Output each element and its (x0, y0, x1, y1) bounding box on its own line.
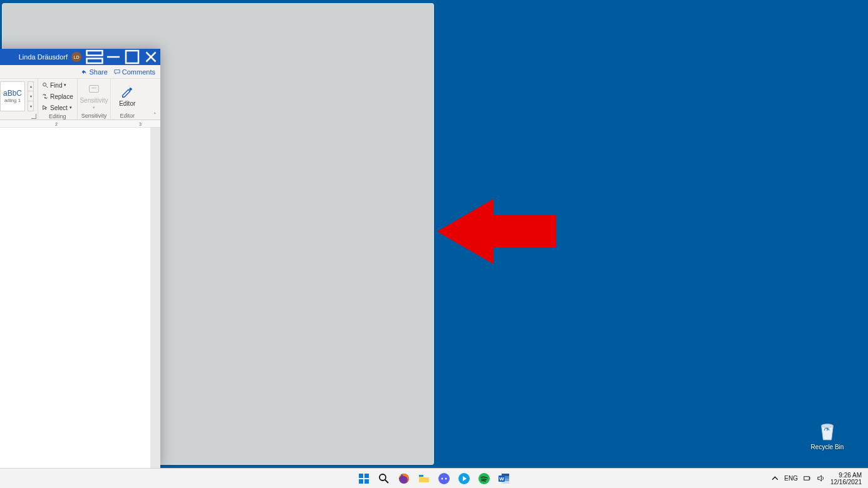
media-button[interactable] (457, 472, 471, 485)
search-button[interactable] (377, 472, 391, 485)
file-explorer-button[interactable] (417, 472, 431, 485)
volume-icon[interactable] (817, 474, 825, 483)
start-button[interactable] (357, 472, 371, 485)
svg-point-21 (442, 477, 443, 479)
svg-rect-19 (419, 475, 423, 477)
cursor-icon (42, 104, 48, 111)
svg-marker-10 (437, 199, 556, 264)
comments-button[interactable]: Comments (114, 68, 155, 76)
svg-rect-12 (359, 474, 363, 478)
search-icon (378, 472, 390, 485)
windows-icon (358, 472, 370, 485)
search-icon (42, 82, 48, 88)
word-window[interactable]: Linda Dräusdorf LD Share Co (0, 49, 160, 468)
sensitivity-label: Sensitivity (80, 97, 108, 104)
discord-button[interactable] (437, 472, 451, 485)
red-arrow-annotation (437, 199, 556, 267)
styles-group-label (16, 112, 18, 119)
find-button[interactable]: Find ▾ (42, 80, 73, 90)
editor-group-label: Editor (120, 112, 135, 119)
close-button[interactable] (142, 49, 160, 65)
maximize-button[interactable] (123, 49, 142, 65)
styles-group: aBbC ading 1 ▴ ▾ ▾ (0, 79, 38, 119)
recycle-bin[interactable]: Recycle Bin (805, 420, 849, 450)
svg-rect-13 (364, 474, 369, 478)
sensitivity-button: Sensitivity ▾ (81, 82, 106, 110)
ruler-mark-2: 2 (55, 120, 58, 128)
minimize-button[interactable] (104, 49, 123, 65)
select-button[interactable]: Select ▾ (42, 103, 73, 113)
comment-icon (114, 69, 120, 75)
style-preview-text: aBbC (3, 89, 22, 98)
select-label: Select (50, 104, 68, 111)
user-account-label[interactable]: Linda Dräusdorf LD (19, 52, 85, 62)
svg-rect-15 (364, 479, 369, 484)
editor-group: Editor Editor (111, 79, 143, 119)
firefox-button[interactable] (397, 472, 411, 485)
firefox-icon (398, 472, 410, 485)
svg-rect-0 (87, 51, 103, 56)
replace-button[interactable]: Replace (42, 91, 73, 101)
svg-point-16 (380, 474, 386, 480)
style-row-up-icon[interactable]: ▴ (28, 82, 33, 92)
editor-button[interactable]: Editor (115, 85, 140, 107)
share-comments-row: Share Comments (0, 65, 160, 79)
replace-label: Replace (50, 93, 73, 100)
chevron-down-icon: ▾ (70, 105, 72, 110)
taskbar-center-icons: W (357, 469, 511, 488)
recycle-bin-label: Recycle Bin (811, 444, 844, 450)
taskbar[interactable]: W ENG 9:26 AM 12/16/2021 (0, 468, 868, 488)
ribbon-display-options-button[interactable] (85, 49, 104, 65)
clock[interactable]: 9:26 AM 12/16/2021 (830, 472, 865, 485)
editing-group: Find ▾ Replace Select ▾ (38, 79, 78, 119)
document-area[interactable] (0, 128, 160, 468)
find-label: Find (50, 82, 62, 89)
styles-dialog-launcher-icon[interactable] (31, 114, 36, 119)
sensitivity-group: Sensitivity ▾ Sensitivity (78, 79, 111, 119)
folder-icon (418, 472, 430, 485)
svg-point-6 (43, 83, 46, 86)
word-taskbar-button[interactable]: W (497, 472, 511, 485)
document-page[interactable] (0, 128, 150, 468)
language-indicator[interactable]: ENG (784, 475, 798, 482)
replace-icon (42, 93, 48, 99)
share-icon (81, 69, 87, 75)
style-heading1[interactable]: aBbC ading 1 (0, 81, 25, 111)
collapse-ribbon-icon[interactable]: ˄ (153, 112, 157, 118)
sensitivity-group-label: Sensitivity (81, 112, 107, 119)
svg-point-20 (438, 473, 450, 484)
svg-line-7 (46, 86, 48, 88)
recycle-bin-icon (818, 420, 837, 441)
chevron-down-icon: ▾ (93, 105, 95, 110)
style-gallery-expand-icon[interactable]: ▾ (28, 101, 33, 111)
svg-rect-32 (804, 477, 809, 480)
style-row-down-icon[interactable]: ▾ (28, 91, 33, 101)
svg-rect-9 (91, 88, 96, 88)
system-tray[interactable]: ENG 9:26 AM 12/16/2021 (770, 469, 868, 488)
svg-point-11 (822, 424, 834, 428)
svg-marker-35 (818, 475, 822, 481)
time-text: 9:26 AM (830, 472, 862, 479)
comments-label: Comments (122, 68, 155, 76)
styles-gallery-arrows[interactable]: ▴ ▾ ▾ (28, 81, 34, 111)
word-title-bar[interactable]: Linda Dräusdorf LD (0, 49, 160, 65)
discord-icon (438, 472, 450, 485)
tray-overflow-icon[interactable] (770, 474, 779, 483)
network-icon[interactable] (803, 474, 812, 483)
spotify-button[interactable] (477, 472, 491, 485)
editor-icon (120, 85, 134, 99)
svg-point-22 (445, 477, 447, 479)
share-label: Share (89, 68, 107, 76)
chevron-down-icon: ▾ (64, 83, 66, 88)
svg-line-17 (385, 480, 388, 483)
user-avatar: LD (71, 52, 81, 62)
svg-rect-14 (359, 479, 363, 484)
editor-label: Editor (119, 100, 135, 107)
svg-rect-8 (90, 86, 99, 93)
share-button[interactable]: Share (81, 68, 107, 76)
user-name-text: Linda Dräusdorf (19, 53, 68, 61)
ruler[interactable]: 2 3 (0, 120, 160, 128)
desktop[interactable]: Linda Dräusdorf LD Share Co (0, 0, 868, 488)
editing-group-label: Editing (49, 113, 66, 120)
svg-rect-1 (87, 59, 103, 64)
